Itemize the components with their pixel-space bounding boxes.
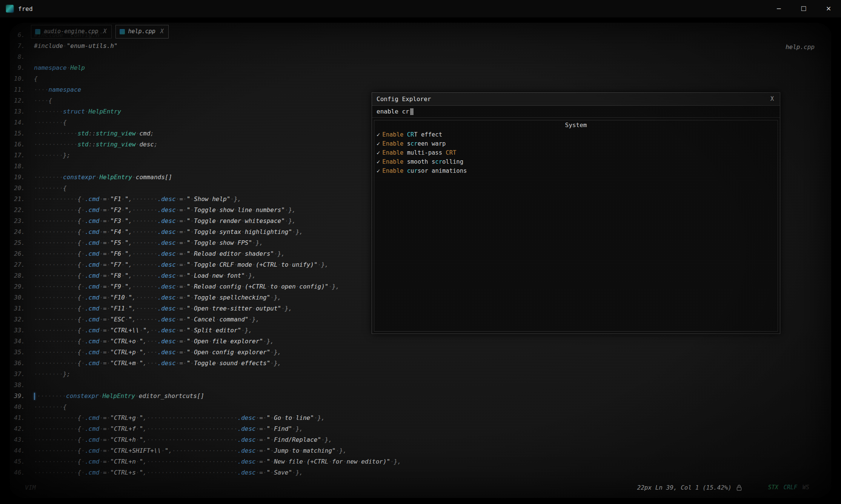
- line-number: 31.: [10, 303, 34, 314]
- status-flag-stx[interactable]: STX: [768, 482, 778, 493]
- config-option-label: Enable: [382, 131, 403, 138]
- config-search-input[interactable]: enable cr: [377, 106, 409, 117]
- config-option-label: een warp: [418, 140, 446, 147]
- config-search-row[interactable]: enable cr: [372, 106, 780, 118]
- config-option-label: c: [407, 167, 411, 174]
- config-explorer-close-icon[interactable]: X: [769, 94, 775, 104]
- line-number: 18.: [10, 161, 34, 172]
- cpp-file-icon: [120, 29, 125, 34]
- line-number: 26.: [10, 248, 34, 259]
- maximize-button[interactable]: ☐: [791, 0, 816, 17]
- crt-screen: 6.#include·"config.h"7.#include·"enum-ut…: [10, 23, 831, 498]
- code-line[interactable]: 42.············{·.cmd·=·"CTRL+f·",······…: [10, 423, 831, 434]
- status-info-text: 22px Ln 39, Col 1 (15.42%): [637, 482, 732, 493]
- code-line[interactable]: 7.#include·"enum-utils.h": [10, 40, 831, 51]
- config-option-row[interactable]: ✓Enable CRT effect: [374, 130, 778, 139]
- code-text: ············{·.cmd·=·"ESC·",······.desc·…: [34, 314, 259, 325]
- minimize-button[interactable]: ─: [766, 0, 791, 17]
- code-text: ····namespace: [34, 84, 81, 95]
- code-text: #include·"enum-utils.h": [34, 40, 118, 51]
- config-option-label: cr: [435, 158, 442, 165]
- line-number: 7.: [10, 40, 34, 51]
- checkbox-checked-icon[interactable]: ✓: [377, 140, 380, 147]
- tab-label: help.cpp: [128, 26, 155, 37]
- code-text: ············{·.cmd·=·"CTRL+g·",·········…: [34, 412, 325, 423]
- code-text: ············{·.cmd·=·"F8·",·······.desc·…: [34, 270, 256, 281]
- checkbox-checked-icon[interactable]: ✓: [377, 131, 380, 138]
- code-text: ············{·.cmd·=·"CTRL+SHIFT+\\·",··…: [34, 445, 347, 456]
- code-line[interactable]: 9.namespace·Help: [10, 62, 831, 73]
- code-text: ············{·.cmd·=·"F3·",·······.desc·…: [34, 215, 296, 226]
- config-option-label: u: [411, 167, 414, 174]
- config-option-label: sor animations: [418, 167, 467, 174]
- config-option-row[interactable]: ✓Enable smooth scrolling: [374, 157, 778, 166]
- config-option-label: smooth s: [403, 158, 435, 165]
- line-number: 41.: [10, 412, 34, 423]
- config-option-label: Enable: [382, 140, 403, 147]
- text-cursor: [34, 393, 35, 400]
- line-number: 12.: [10, 95, 34, 106]
- window-titlebar: fred ─ ☐ ✕: [0, 0, 841, 17]
- line-number: 9.: [10, 62, 34, 73]
- code-line[interactable]: 39.········constexpr·HelpEntry·editor_sh…: [10, 390, 831, 401]
- tab-label: audio-engine.cpp: [44, 26, 98, 37]
- code-line[interactable]: 46.············{·.cmd·=·"CTRL+s·",······…: [10, 467, 831, 478]
- config-option-label: T effect: [414, 131, 442, 138]
- config-option-row[interactable]: ✓Enable screen warp: [374, 139, 778, 148]
- code-line[interactable]: 43.············{·.cmd·=·"CTRL+h·",······…: [10, 434, 831, 445]
- code-line[interactable]: 40.········{: [10, 401, 831, 412]
- code-text: ············{·.cmd·=·"CTRL+f·",·········…: [34, 423, 303, 434]
- code-line[interactable]: 36.············{·.cmd·=·"CTRL+m·",···.de…: [10, 358, 831, 369]
- code-text: ············std::string_view·desc;: [34, 139, 158, 150]
- code-line[interactable]: 38.: [10, 380, 831, 390]
- code-line[interactable]: 41.············{·.cmd·=·"CTRL+g·",······…: [10, 412, 831, 423]
- config-option-label: r: [414, 167, 417, 174]
- code-line[interactable]: 34.············{·.cmd·=·"CTRL+o·",···.de…: [10, 336, 831, 347]
- code-text: ········{: [34, 117, 67, 128]
- code-text: ············{·.cmd·=·"F2·",·······.desc·…: [34, 204, 296, 215]
- code-line[interactable]: 44.············{·.cmd·=·"CTRL+SHIFT+\\·"…: [10, 445, 831, 456]
- line-number: 35.: [10, 347, 34, 358]
- code-line[interactable]: 37.········};: [10, 369, 831, 380]
- editor-mode-indicator: VIM: [25, 482, 36, 493]
- code-text: ············{·.cmd·=·"CTRL+s·",·········…: [34, 467, 303, 478]
- code-text: namespace·Help: [34, 62, 85, 73]
- code-text: ············{·.cmd·=·"F6·",·······.desc·…: [34, 248, 285, 259]
- config-section-header: System: [374, 120, 778, 130]
- code-line[interactable]: 10.{: [10, 73, 831, 84]
- code-line[interactable]: 8.: [10, 51, 831, 62]
- checkbox-checked-icon[interactable]: ✓: [377, 149, 380, 156]
- cpp-file-icon: [35, 29, 40, 34]
- tab-help.cpp[interactable]: help.cppX: [115, 25, 169, 38]
- config-option-row[interactable]: ✓Enable multi-pass CRT: [374, 148, 778, 157]
- line-number: 45.: [10, 456, 34, 467]
- tab-close-icon[interactable]: X: [160, 26, 164, 37]
- tab-audio-engine.cpp[interactable]: audio-engine.cppX: [31, 25, 112, 38]
- tab-close-icon[interactable]: X: [103, 26, 107, 37]
- code-text: ········constexpr·HelpEntry·editor_short…: [34, 390, 204, 401]
- code-text: {: [34, 73, 38, 84]
- config-options: ✓Enable CRT effect✓Enable screen warp✓En…: [374, 130, 778, 175]
- window-title: fred: [18, 5, 33, 12]
- search-input-cursor: [410, 108, 414, 115]
- line-number: 40.: [10, 401, 34, 412]
- code-text: ············{·.cmd·=·"F7·",·······.desc·…: [34, 259, 328, 270]
- checkbox-checked-icon[interactable]: ✓: [377, 158, 380, 165]
- code-line[interactable]: 45.············{·.cmd·=·"CTRL+n·",······…: [10, 456, 831, 467]
- lock-icon: [736, 484, 742, 491]
- close-button[interactable]: ✕: [816, 0, 841, 17]
- line-number: 32.: [10, 314, 34, 325]
- status-flag-ws[interactable]: WS: [803, 482, 809, 493]
- code-editor[interactable]: 6.#include·"config.h"7.#include·"enum-ut…: [10, 23, 831, 498]
- code-line[interactable]: 35.············{·.cmd·=·"CTRL+p·",···.de…: [10, 347, 831, 358]
- checkbox-checked-icon[interactable]: ✓: [377, 167, 380, 174]
- line-number: 24.: [10, 226, 34, 237]
- line-number: 17.: [10, 150, 34, 161]
- window-controls: ─ ☐ ✕: [766, 0, 841, 17]
- config-option-row[interactable]: ✓Enable cursor animations: [374, 166, 778, 175]
- line-number: 25.: [10, 237, 34, 248]
- code-text: ············{·.cmd·=·"CTRL+\\·",··.desc·…: [34, 325, 252, 336]
- line-number: 19.: [10, 172, 34, 183]
- code-text: ············{·.cmd·=·"F10·",······.desc·…: [34, 292, 281, 303]
- status-flag-crlf[interactable]: CRLF: [784, 482, 797, 493]
